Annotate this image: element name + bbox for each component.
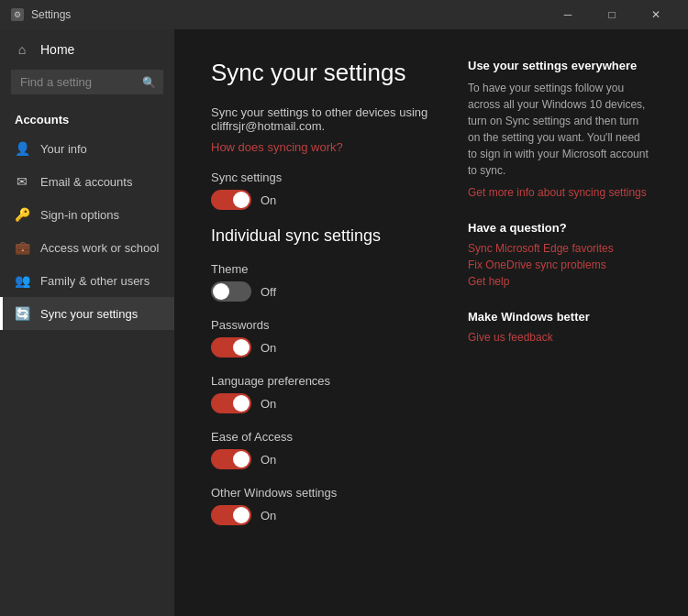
sidebar-item-sign-in-label: Sign-in options (40, 208, 119, 222)
sidebar-item-sync[interactable]: 🔄 Sync your settings (0, 297, 174, 330)
search-input[interactable] (11, 70, 163, 94)
sidebar-item-your-info-label: Your info (40, 142, 87, 156)
right-section-2-title: Have a question? (468, 221, 651, 235)
other-toggle[interactable] (211, 505, 251, 525)
passwords-label: Passwords (211, 318, 431, 332)
passwords-toggle-thumb (233, 339, 250, 356)
individual-sync-title: Individual sync settings (211, 226, 431, 246)
other-label: Other Windows settings (211, 486, 431, 500)
sync-description: Sync your settings to other devices usin… (211, 105, 431, 133)
home-icon: ⌂ (15, 42, 29, 57)
family-icon: 👥 (15, 273, 29, 288)
right-section-1-title: Use your settings everywhere (468, 59, 651, 72)
app-icon: ⚙ (11, 8, 24, 21)
minimize-button[interactable]: ─ (547, 0, 589, 29)
sidebar-item-sign-in[interactable]: 🔑 Sign-in options (0, 198, 174, 231)
passwords-toggle-row: On (211, 337, 431, 358)
search-icon: 🔍 (142, 76, 156, 89)
right-section-2: Have a question? Sync Microsoft Edge fav… (468, 221, 651, 288)
sidebar-item-your-info[interactable]: 👤 Your info (0, 132, 174, 165)
right-section-1-text: To have your settings follow you across … (468, 80, 651, 179)
right-link-edge-favorites[interactable]: Sync Microsoft Edge favorites (468, 242, 651, 255)
other-toggle-row: On (211, 505, 431, 525)
right-section-3-title: Make Windows better (468, 310, 651, 324)
right-section-1-link[interactable]: Get more info about syncing settings (468, 186, 651, 199)
titlebar-title: Settings (31, 8, 71, 21)
theme-toggle-row: Off (211, 281, 431, 302)
sync-settings-label: Sync settings (211, 170, 431, 184)
how-does-syncing-link[interactable]: How does syncing work? (211, 140, 431, 154)
sync-icon: 🔄 (15, 306, 29, 321)
sidebar-item-email-accounts[interactable]: ✉ Email & accounts (0, 165, 174, 198)
right-panel: Use your settings everywhere To have you… (468, 59, 651, 587)
right-link-feedback[interactable]: Give us feedback (468, 331, 651, 344)
language-label: Language preferences (211, 374, 431, 388)
right-link-get-help[interactable]: Get help (468, 275, 651, 288)
sync-settings-state: On (261, 193, 276, 207)
ease-state: On (261, 453, 276, 467)
sidebar-item-access-work-label: Access work or school (40, 241, 159, 255)
close-button[interactable]: ✕ (635, 0, 677, 29)
sync-settings-toggle-row: On (211, 190, 431, 210)
language-state: On (261, 397, 276, 411)
page-title: Sync your settings (211, 59, 431, 87)
sidebar-item-family-label: Family & other users (40, 274, 150, 288)
email-icon: ✉ (15, 174, 29, 189)
your-info-icon: 👤 (15, 141, 29, 156)
sidebar-search-container: 🔍 (11, 70, 163, 94)
other-state: On (261, 509, 276, 522)
main-area: Sync your settings Sync your settings to… (174, 29, 688, 616)
titlebar: ⚙ Settings ─ □ ✕ (0, 0, 688, 29)
language-toggle-thumb (233, 395, 250, 412)
ease-toggle[interactable] (211, 449, 251, 469)
passwords-state: On (261, 341, 276, 355)
theme-toggle[interactable] (211, 281, 251, 302)
language-toggle[interactable] (211, 393, 251, 413)
sidebar-item-access-work[interactable]: 💼 Access work or school (0, 231, 174, 264)
ease-toggle-row: On (211, 449, 431, 469)
right-section-3: Make Windows better Give us feedback (468, 310, 651, 344)
sidebar-section-label: Accounts (0, 105, 174, 132)
ease-toggle-thumb (233, 451, 250, 468)
language-toggle-row: On (211, 393, 431, 413)
passwords-toggle[interactable] (211, 337, 251, 358)
sync-settings-toggle-thumb (233, 192, 250, 208)
app-body: ⌂ Home 🔍 Accounts 👤 Your info ✉ Email & … (0, 29, 688, 616)
ease-label: Ease of Access (211, 430, 431, 444)
sidebar-item-email-label: Email & accounts (40, 175, 132, 189)
sidebar-item-home[interactable]: ⌂ Home (0, 29, 174, 70)
sidebar: ⌂ Home 🔍 Accounts 👤 Your info ✉ Email & … (0, 29, 174, 616)
right-link-onedrive[interactable]: Fix OneDrive sync problems (468, 258, 651, 271)
sidebar-home-label: Home (40, 42, 74, 57)
sync-settings-toggle[interactable] (211, 190, 251, 210)
work-icon: 💼 (15, 240, 29, 255)
theme-label: Theme (211, 262, 431, 276)
titlebar-controls: ─ □ ✕ (547, 0, 677, 29)
sidebar-item-family[interactable]: 👥 Family & other users (0, 264, 174, 297)
sidebar-item-sync-label: Sync your settings (40, 307, 138, 321)
theme-toggle-thumb (213, 283, 229, 300)
sign-in-icon: 🔑 (15, 207, 29, 222)
theme-state: Off (261, 285, 276, 299)
titlebar-left: ⚙ Settings (11, 8, 71, 21)
main-content: Sync your settings Sync your settings to… (211, 59, 431, 587)
maximize-button[interactable]: □ (591, 0, 633, 29)
other-toggle-thumb (233, 507, 250, 523)
right-section-1: Use your settings everywhere To have you… (468, 59, 651, 199)
